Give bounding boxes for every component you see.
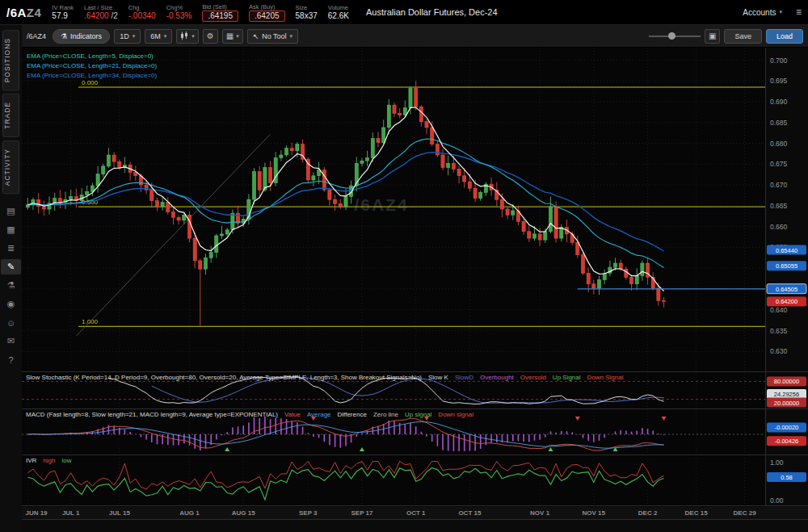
slow-d-line xyxy=(152,377,664,403)
price-axis-label: 0.665 xyxy=(770,202,788,210)
sidebar-tab-positions[interactable]: POSITIONS xyxy=(2,30,19,90)
price-axis-label: 0.700 xyxy=(770,57,788,65)
down-signal-arrow xyxy=(575,417,580,421)
price-axis-label: 0.680 xyxy=(770,140,788,148)
candlestick-icon xyxy=(180,31,189,40)
grid-icon[interactable]: ▦ xyxy=(1,222,21,237)
zoom-slider[interactable] xyxy=(649,29,701,44)
ema-legend-1: EMA (Price=CLOSE, Length=21, Displace=0) xyxy=(27,62,158,69)
axis-bubble: 20.00000 xyxy=(767,398,806,408)
chart-style-button[interactable]: ▾ xyxy=(176,29,199,44)
chart-toolbar: /6AZ4 ⚗Indicators 1D▾ 6M▾ ▾ ⚙ ▦▾ xyxy=(22,25,808,48)
save-button[interactable]: Save xyxy=(724,29,762,44)
axis-bubble: -0.00020 xyxy=(767,422,806,432)
timeframe-dropdown[interactable]: 1D▾ xyxy=(114,29,141,44)
bid-button[interactable]: .64195 xyxy=(202,10,238,22)
svg-text:0.58: 0.58 xyxy=(781,474,793,481)
axis-bubble: 80.00000 xyxy=(767,376,806,386)
volume-field: Volume 62.6K xyxy=(328,4,349,21)
chg-pct-field: Chg% -0.53% xyxy=(166,4,192,21)
notes-icon[interactable]: ✎ xyxy=(1,259,21,274)
axis-bubble: 0.58 xyxy=(767,472,806,482)
watchlist-icon[interactable]: ▤ xyxy=(1,203,21,219)
contract-title: Australian Dollar Futures, Dec-24 xyxy=(366,7,498,17)
chevron-down-icon: ▾ xyxy=(164,33,167,40)
chevron-down-icon: ▾ xyxy=(779,9,782,15)
sidebar-tab-trade[interactable]: TRADE xyxy=(2,94,19,137)
up-signal-arrow xyxy=(360,447,364,451)
sidebar-tab-activity[interactable]: ACTIVITY xyxy=(2,140,19,194)
load-button[interactable]: Load xyxy=(766,29,803,44)
svg-text:0.64505: 0.64505 xyxy=(776,286,797,293)
stoch-label: Slow Stochastic (K Period=14, D Period=9… xyxy=(26,374,624,381)
cursor-icon: ↖ xyxy=(253,32,259,40)
chart-panel: /6AZ4 ⚗Indicators 1D▾ 6M▾ ▾ ⚙ ▦▾ xyxy=(22,25,808,532)
price-axis-label: 0.685 xyxy=(770,119,788,127)
gear-icon: ⚙ xyxy=(207,31,214,40)
layout-grid-button[interactable]: ▦▾ xyxy=(222,29,243,44)
ledger-icon[interactable]: ≣ xyxy=(1,241,21,256)
bottom-strip xyxy=(22,520,808,532)
axis-bubble: 0.65440 xyxy=(767,245,806,255)
messages-icon[interactable]: ✉ xyxy=(1,333,21,349)
slider-knob[interactable] xyxy=(668,32,675,40)
range-dropdown[interactable]: 6M▾ xyxy=(145,29,172,44)
chart-settings-button[interactable]: ⚙ xyxy=(203,29,218,44)
price-axis-label: 0.630 xyxy=(770,347,788,355)
svg-text:0.65440: 0.65440 xyxy=(776,247,797,254)
menu-icon[interactable]: ≡ xyxy=(796,6,802,18)
x-axis-label: OCT 15 xyxy=(458,509,482,517)
ema-legend-2: EMA (Price=CLOSE, Length=34, Displace=0) xyxy=(27,72,158,79)
grid-icon: ▦ xyxy=(226,31,234,40)
x-axis-label: SEP 17 xyxy=(351,509,374,517)
price-axis-label: 0.675 xyxy=(770,160,788,168)
up-signal-arrow xyxy=(548,447,553,451)
x-axis-label: JUN 19 xyxy=(25,509,48,517)
trendline[interactable] xyxy=(76,134,270,336)
axis-bubble: 24.29256 xyxy=(767,389,806,399)
price-axis-label: 0.660 xyxy=(770,223,788,231)
chevron-down-icon: ▾ xyxy=(290,33,293,40)
help-icon[interactable]: ? xyxy=(1,352,21,367)
expand-button[interactable]: ▣ xyxy=(705,29,720,44)
ask-field: Ask (Buy) .64205 xyxy=(249,3,285,22)
x-axis-label: AUG 1 xyxy=(179,509,200,517)
scan-icon[interactable]: ◉ xyxy=(1,296,21,312)
price-axis-label: 0.635 xyxy=(770,327,788,335)
last-size-field: Last / Size .64200 /2 xyxy=(84,4,118,21)
ivr-label: IVRhighlow xyxy=(26,457,72,464)
svg-text:0.64200: 0.64200 xyxy=(776,298,797,305)
x-axis-label: DEC 15 xyxy=(685,509,709,517)
watermark: /6AZ4 xyxy=(354,195,408,214)
fib-label: 0.000 xyxy=(82,79,99,86)
svg-text:0.65055: 0.65055 xyxy=(776,262,797,270)
bid-field: Bid (Sell) .64195 xyxy=(202,3,238,22)
axis-bubble: 0.64200 xyxy=(767,296,806,306)
x-axis-label: DEC 2 xyxy=(638,509,658,517)
x-axis-label: AUG 15 xyxy=(232,509,255,517)
expand-icon: ▣ xyxy=(709,31,716,40)
x-axis-label: NOV 1 xyxy=(530,509,550,517)
axis-bubble: 0.65055 xyxy=(767,261,806,270)
svg-text:20.00000: 20.00000 xyxy=(774,400,799,407)
chart-canvas[interactable]: 0.6300.6350.6400.6450.6500.6550.6600.665… xyxy=(22,48,808,532)
svg-text:80.00000: 80.00000 xyxy=(774,378,799,385)
iv-rank-field: IV Rank 57.9 xyxy=(52,4,74,21)
community-icon[interactable]: ☺ xyxy=(1,315,21,330)
drawing-tool-dropdown[interactable]: ↖No Tool▾ xyxy=(247,29,298,44)
price-axis-label: 0.690 xyxy=(770,98,788,106)
x-axis-label: JUL 15 xyxy=(109,509,131,517)
x-axis-label: SEP 3 xyxy=(299,509,318,517)
x-axis-label: DEC 29 xyxy=(734,509,757,517)
chevron-down-icon: ▾ xyxy=(236,33,239,40)
accounts-dropdown[interactable]: Accounts▾ xyxy=(743,8,782,17)
svg-text:24.29256: 24.29256 xyxy=(774,391,799,398)
ask-button[interactable]: .64205 xyxy=(249,10,285,22)
indicators-button[interactable]: ⚗Indicators xyxy=(53,29,110,44)
symbol-label: /6AZ4 xyxy=(6,6,41,19)
size-field: Size 58x37 xyxy=(296,4,318,21)
ema-legend-0: EMA (Price=CLOSE, Length=5, Displace=0) xyxy=(27,52,154,60)
analyze-icon[interactable]: ⚗ xyxy=(1,278,21,293)
ivr-axis-min: 0.00 xyxy=(770,496,784,505)
axis-bubble: 0.64505 xyxy=(767,284,806,294)
